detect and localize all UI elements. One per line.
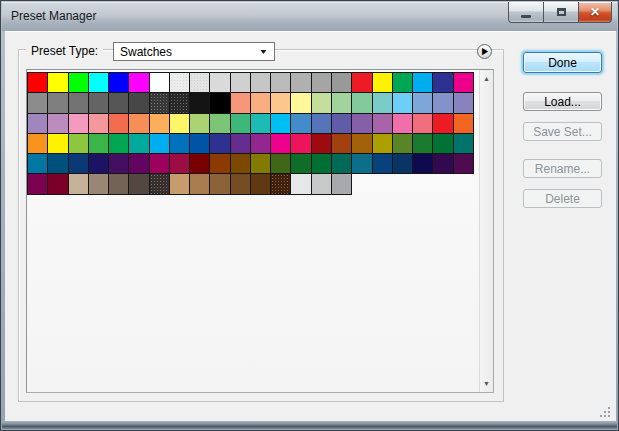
swatch[interactable] [68, 72, 89, 93]
swatch[interactable] [68, 133, 89, 154]
swatch[interactable] [189, 92, 210, 113]
swatch[interactable] [169, 153, 190, 174]
swatch[interactable] [331, 173, 352, 194]
swatch[interactable] [311, 72, 332, 93]
swatch[interactable] [149, 113, 170, 134]
swatch[interactable] [250, 113, 271, 134]
delete-button[interactable]: Delete [523, 189, 602, 208]
swatch[interactable] [331, 113, 352, 134]
swatch[interactable] [68, 173, 89, 194]
swatch[interactable] [432, 72, 453, 93]
swatch[interactable] [189, 153, 210, 174]
swatch[interactable] [47, 173, 68, 194]
swatch[interactable] [250, 72, 271, 93]
swatch[interactable] [250, 153, 271, 174]
swatch[interactable] [392, 113, 413, 134]
swatch[interactable] [209, 173, 230, 194]
swatch[interactable] [230, 72, 251, 93]
swatch[interactable] [27, 173, 48, 194]
swatch[interactable] [412, 72, 433, 93]
flyout-menu-button[interactable]: ▶ [477, 44, 492, 59]
swatch[interactable] [27, 72, 48, 93]
swatch[interactable] [372, 113, 393, 134]
swatch[interactable] [453, 113, 474, 134]
swatch[interactable] [68, 92, 89, 113]
done-button[interactable]: Done [523, 52, 602, 73]
swatch[interactable] [68, 153, 89, 174]
swatch[interactable] [453, 92, 474, 113]
swatch[interactable] [432, 92, 453, 113]
swatch[interactable] [372, 153, 393, 174]
swatch[interactable] [250, 173, 271, 194]
resize-grip[interactable] [598, 405, 610, 417]
swatch[interactable] [453, 72, 474, 93]
swatch[interactable] [189, 173, 210, 194]
swatch[interactable] [209, 153, 230, 174]
swatch[interactable] [331, 153, 352, 174]
swatch[interactable] [351, 133, 372, 154]
swatch[interactable] [47, 133, 68, 154]
swatch[interactable] [88, 72, 109, 93]
swatch[interactable] [290, 153, 311, 174]
swatch[interactable] [230, 173, 251, 194]
swatch[interactable] [47, 72, 68, 93]
swatch[interactable] [270, 153, 291, 174]
swatch[interactable] [128, 92, 149, 113]
swatch[interactable] [290, 113, 311, 134]
swatch[interactable] [128, 133, 149, 154]
swatch[interactable] [392, 92, 413, 113]
swatch[interactable] [412, 92, 433, 113]
swatch[interactable] [88, 133, 109, 154]
swatch[interactable] [189, 133, 210, 154]
swatch[interactable] [149, 72, 170, 93]
swatch[interactable] [331, 92, 352, 113]
swatch[interactable] [290, 173, 311, 194]
swatch[interactable] [88, 113, 109, 134]
swatch[interactable] [27, 113, 48, 134]
swatch[interactable] [372, 72, 393, 93]
swatch[interactable] [128, 173, 149, 194]
swatch[interactable] [169, 72, 190, 93]
swatch[interactable] [270, 113, 291, 134]
close-button[interactable]: ✕ [578, 2, 612, 23]
swatch[interactable] [230, 153, 251, 174]
swatch[interactable] [412, 113, 433, 134]
swatch[interactable] [169, 92, 190, 113]
swatch[interactable] [128, 72, 149, 93]
swatch[interactable] [209, 133, 230, 154]
swatch[interactable] [230, 113, 251, 134]
swatch[interactable] [270, 92, 291, 113]
swatch[interactable] [372, 133, 393, 154]
swatch[interactable] [189, 72, 210, 93]
swatch[interactable] [311, 92, 332, 113]
swatch[interactable] [209, 72, 230, 93]
swatch[interactable] [392, 153, 413, 174]
swatch[interactable] [351, 153, 372, 174]
swatch[interactable] [270, 133, 291, 154]
swatch[interactable] [27, 92, 48, 113]
swatch[interactable] [412, 153, 433, 174]
swatch[interactable] [392, 133, 413, 154]
scroll-track[interactable] [480, 86, 493, 376]
swatch[interactable] [47, 92, 68, 113]
swatch[interactable] [290, 72, 311, 93]
swatch[interactable] [108, 153, 129, 174]
swatch[interactable] [250, 133, 271, 154]
swatch[interactable] [68, 113, 89, 134]
swatch[interactable] [47, 113, 68, 134]
swatch[interactable] [88, 92, 109, 113]
swatch[interactable] [392, 72, 413, 93]
swatch[interactable] [169, 133, 190, 154]
swatch[interactable] [128, 113, 149, 134]
swatch[interactable] [88, 173, 109, 194]
swatch[interactable] [108, 113, 129, 134]
swatch[interactable] [351, 92, 372, 113]
swatch[interactable] [331, 133, 352, 154]
swatch[interactable] [108, 92, 129, 113]
preset-type-dropdown[interactable]: Swatches ▼ [113, 42, 275, 61]
swatch[interactable] [311, 113, 332, 134]
swatch[interactable] [311, 133, 332, 154]
swatch[interactable] [108, 173, 129, 194]
save-set-button[interactable]: Save Set... [523, 122, 602, 141]
scroll-up-button[interactable]: ▲ [480, 72, 493, 85]
